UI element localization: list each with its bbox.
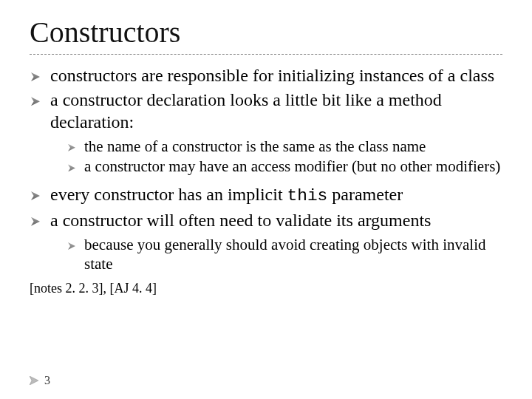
bullet-text-post: parameter [327, 185, 403, 204]
slide: Constructors constructors are responsibl… [0, 0, 532, 399]
bullet-text: constructors are responsible for initial… [50, 66, 494, 85]
list-item: a constructor may have an access modifie… [66, 157, 502, 177]
bullet-text: because you generally should avoid creat… [84, 236, 486, 273]
code-this: this [287, 186, 328, 205]
bullet-text-pre: every constructor has an implicit [50, 185, 287, 204]
bullet-text: a constructor may have an access modifie… [84, 157, 500, 175]
title-rule [30, 54, 502, 55]
sub-bullet-list: because you generally should avoid creat… [66, 236, 502, 273]
list-item: the name of a constructor is the same as… [66, 137, 502, 157]
footer-arrow-icon [30, 376, 38, 385]
list-item: a constructor declaration looks a little… [30, 89, 502, 177]
list-item: constructors are responsible for initial… [30, 65, 502, 86]
bullet-list: constructors are responsible for initial… [30, 65, 502, 273]
footer: 3 [30, 374, 50, 387]
list-item: every constructor has an implicit this p… [30, 184, 502, 207]
svg-marker-0 [30, 376, 38, 385]
slide-title: Constructors [30, 15, 502, 50]
bullet-text: a constructor declaration looks a little… [50, 90, 442, 131]
list-item: a constructor will often need to validat… [30, 210, 502, 273]
page-number: 3 [44, 374, 50, 387]
bullet-text: the name of a constructor is the same as… [84, 137, 426, 155]
list-item: because you generally should avoid creat… [66, 236, 502, 273]
sub-bullet-list: the name of a constructor is the same as… [66, 137, 502, 177]
references: [notes 2. 2. 3], [AJ 4. 4] [30, 281, 502, 296]
bullet-text: a constructor will often need to validat… [50, 211, 431, 230]
